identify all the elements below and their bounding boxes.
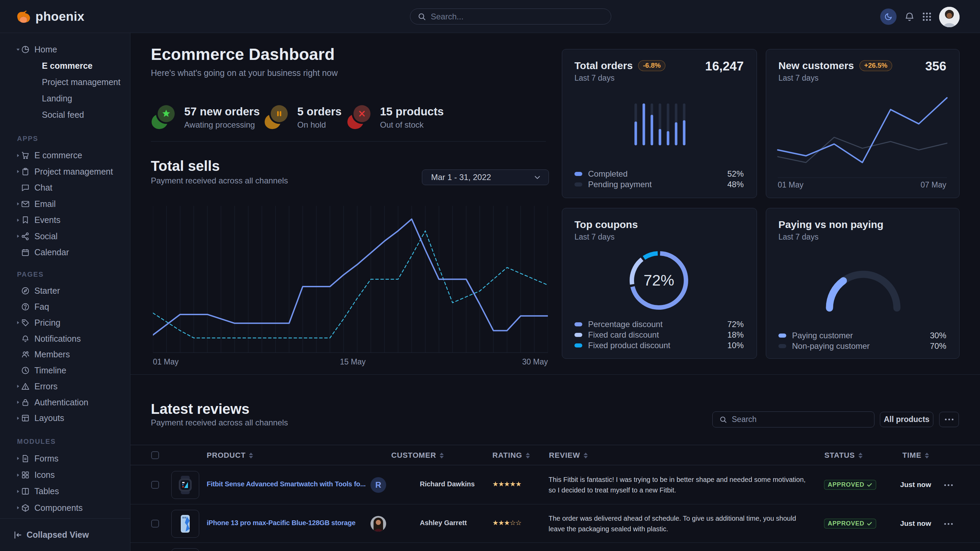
caret-right-icon [16, 473, 20, 477]
product-link[interactable]: iPhone 13 pro max-Pacific Blue-128GB sto… [207, 519, 355, 527]
column-header-customer[interactable]: CUSTOMER [391, 445, 444, 465]
sidebar-item-components[interactable]: Components [0, 500, 130, 516]
rating-stars: ★★★★★ [492, 480, 521, 488]
caret-right-icon [16, 321, 20, 325]
all-products-button[interactable]: All products [880, 412, 933, 427]
sidebar-item-e-commerce[interactable]: E commerce [0, 57, 130, 74]
legend-swatch [574, 322, 582, 326]
search-input[interactable] [431, 12, 603, 21]
bell-icon [904, 11, 915, 22]
sort-icon[interactable] [584, 453, 588, 459]
sidebar-item-home[interactable]: Home [0, 41, 130, 57]
moon-icon [884, 12, 893, 21]
collapse-sidebar-button[interactable]: Collapsed View [0, 518, 130, 551]
reviews-search-input[interactable] [732, 415, 867, 424]
sidebar-item-forms[interactable]: Forms [0, 450, 130, 467]
stat-label: Awating processing [184, 120, 255, 130]
column-header-product[interactable]: PRODUCT [207, 445, 253, 465]
sidebar-item-icons[interactable]: Icons [0, 467, 130, 483]
legend-label: Fixed product discount [588, 341, 727, 350]
brand-logo[interactable]: phoenix [16, 0, 84, 33]
tag-icon [21, 318, 30, 327]
theme-toggle-button[interactable] [880, 8, 897, 25]
user-avatar[interactable] [939, 7, 959, 27]
sort-icon[interactable] [858, 453, 862, 459]
reviews-search [712, 411, 875, 427]
stats-row: 57 new ordersAwating processing5 ordersO… [151, 101, 546, 135]
review-time: Just now [895, 519, 936, 527]
sidebar-item-label: Icons [34, 470, 55, 480]
customer-avatar[interactable] [371, 516, 386, 532]
sidebar-item-calendar[interactable]: Calendar [0, 245, 130, 261]
sidebar-item-label: Social [34, 232, 57, 241]
sidebar-item-pricing[interactable]: Pricing [0, 315, 130, 331]
row-menu-button[interactable] [944, 484, 953, 486]
more-options-button[interactable] [939, 412, 959, 427]
row-checkbox[interactable] [151, 520, 159, 527]
sidebar-item-timeline[interactable]: Timeline [0, 362, 130, 378]
sidebar-item-landing[interactable]: Landing [0, 90, 130, 106]
sidebar-item-faq[interactable]: Faq [0, 299, 130, 315]
card-period: Last 7 days [574, 73, 615, 83]
legend-label: Percentage discount [588, 319, 727, 329]
bookmark-icon [21, 216, 30, 225]
sidebar-item-notifications[interactable]: Notifications [0, 331, 130, 347]
column-header-status[interactable]: STATUS [824, 445, 862, 465]
sidebar-item-e-commerce[interactable]: E commerce [0, 148, 130, 164]
sidebar-item-tables[interactable]: Tables [0, 483, 130, 500]
date-range-value: Mar 1 - 31, 2022 [431, 173, 534, 182]
sidebar-section-label: PAGES [0, 271, 130, 279]
users-icon [21, 350, 30, 359]
trend-badge: -6.8% [638, 60, 665, 71]
sidebar-item-label: Errors [34, 381, 57, 391]
select-all-checkbox[interactable] [151, 451, 159, 459]
product-thumbnail[interactable] [171, 510, 199, 538]
sidebar-item-errors[interactable]: Errors [0, 378, 130, 394]
sidebar-item-project-management[interactable]: Project management [0, 164, 130, 180]
share-icon [21, 232, 30, 241]
sidebar-item-layouts[interactable]: Layouts [0, 410, 130, 426]
sidebar-item-members[interactable]: Members [0, 347, 130, 363]
sidebar-item-social-feed[interactable]: Social feed [0, 106, 130, 123]
apps-menu-button[interactable] [916, 6, 938, 27]
customer-name: Ashley Garrett [420, 519, 467, 527]
sidebar-item-label: Email [34, 199, 56, 209]
topbar: phoenix [0, 0, 980, 33]
question-icon [21, 302, 30, 311]
column-header-review[interactable]: REVIEW [549, 445, 588, 465]
sort-icon[interactable] [440, 453, 444, 459]
sort-icon[interactable] [925, 453, 929, 459]
total-sells-chart: 01 May15 May30 May [153, 201, 548, 371]
sort-icon[interactable] [249, 453, 253, 459]
total-orders-card: Total orders -6.8% 16,247 Last 7 days Co… [562, 49, 757, 198]
sidebar-item-events[interactable]: Events [0, 212, 130, 229]
card-title: Total orders [574, 60, 633, 71]
sidebar-item-social[interactable]: Social [0, 229, 130, 245]
sidebar-item-authentication[interactable]: Authentication [0, 394, 130, 410]
review-row: Fitbit Sense Advanced Smartwatch with To… [130, 465, 980, 504]
sidebar-item-starter[interactable]: Starter [0, 283, 130, 299]
sidebar-item-email[interactable]: Email [0, 196, 130, 212]
column-header-time[interactable]: TIME [895, 445, 936, 465]
sidebar-item-label: E commerce [34, 151, 82, 160]
sidebar-item-label: Home [34, 44, 57, 54]
row-checkbox[interactable] [151, 481, 159, 489]
sort-icon[interactable] [526, 453, 530, 459]
review-time: Just now [895, 481, 936, 489]
sidebar-item-project-management[interactable]: Project management [0, 74, 130, 90]
sidebar-item-chat[interactable]: Chat [0, 180, 130, 196]
paying-legend: Paying customer30%Non-paying customer70% [778, 330, 946, 351]
chevron-down-icon [534, 173, 541, 181]
product-thumbnail[interactable] [171, 548, 199, 551]
clipboard-icon [21, 167, 30, 176]
legend-swatch [574, 343, 582, 348]
row-menu-button[interactable] [944, 523, 953, 525]
date-range-select[interactable]: Mar 1 - 31, 2022 [422, 170, 549, 185]
product-link[interactable]: Fitbit Sense Advanced Smartwatch with To… [207, 480, 366, 488]
legend-label: Fixed card discount [588, 330, 727, 340]
customer-avatar[interactable]: R [371, 477, 386, 493]
product-thumbnail[interactable] [171, 471, 199, 499]
column-header-rating[interactable]: RATING [492, 445, 530, 465]
collapse-icon [13, 530, 22, 540]
legend-swatch [778, 333, 786, 338]
